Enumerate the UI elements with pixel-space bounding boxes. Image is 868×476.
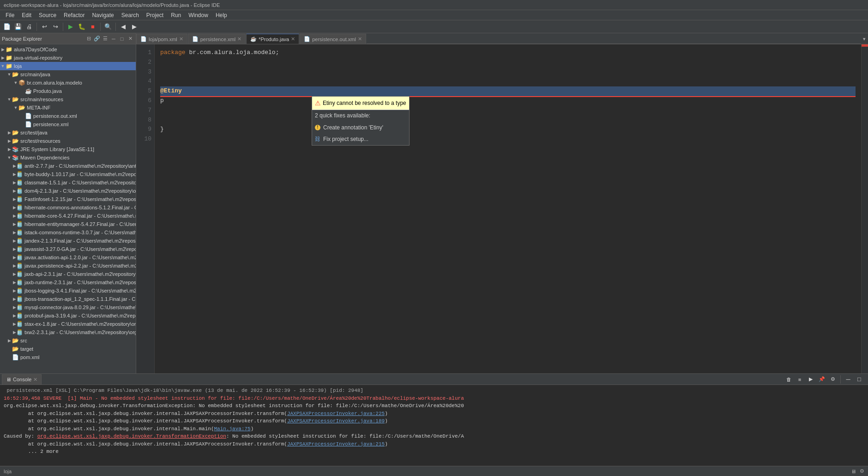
pe-maximize-btn[interactable]: □ — [118, 35, 126, 43]
tree-item[interactable]: ▶ 🫙 classmate-1.5.1.jar - C:\Users\mathe… — [0, 178, 136, 187]
menu-item-help[interactable]: Help — [212, 11, 231, 19]
editor-tab-persistence-xml[interactable]: 📄 persistence.xml ✕ — [188, 34, 246, 44]
run-btn[interactable]: ▶ — [66, 22, 76, 32]
tree-item[interactable]: ▶ 🫙 antlr-2.7.7.jar - C:\Users\mathe\.m2… — [0, 162, 136, 170]
undo-btn[interactable]: ↩ — [39, 22, 49, 32]
tree-item[interactable]: ▶ 🫙 javax.persistence-api-2.2.jar - C:\U… — [0, 262, 136, 270]
menu-item-search[interactable]: Search — [118, 11, 143, 19]
debug-btn[interactable]: 🐛 — [77, 22, 87, 32]
tab-close-btn[interactable]: ✕ — [179, 36, 183, 42]
prev-btn[interactable]: ◀ — [118, 22, 128, 32]
tab-close-btn[interactable]: ✕ — [291, 36, 295, 42]
tree-item[interactable]: ▶ 🫙 hibernate-entitymanager-5.4.27.Final… — [0, 220, 136, 228]
tree-item[interactable]: ▶ 🫙 hibernate-commons-annotations-5.1.2.… — [0, 203, 136, 212]
tree-item[interactable]: ▶ 📁 java-virtual-repository — [0, 54, 136, 62]
editor-tab-persistence-out-xml[interactable]: 📄 persistence.out.xml ✕ — [300, 34, 366, 44]
bottom-area: 🖥 Console ✕ 🗑 ■ ▶ 📌 ⚙ ─ □ persistence.xm… — [0, 373, 868, 466]
menu-item-edit[interactable]: Edit — [18, 11, 35, 19]
tree-item[interactable]: 📄 persistence.out.xml — [0, 112, 136, 120]
tree-item[interactable]: 📂 target — [0, 345, 136, 353]
menu-item-navigate[interactable]: Navigate — [88, 11, 117, 19]
tree-item[interactable]: ▶ 🫙 jandex-2.1.3.Final.jar - C:\Users\ma… — [0, 237, 136, 245]
tree-item[interactable]: ▶ 🫙 javassist-3.27.0-GA.jar - C:\Users\m… — [0, 245, 136, 253]
tree-item[interactable]: ▶ 📁 alura7DaysOfCode — [0, 45, 136, 54]
tab-icon: 📄 — [304, 36, 310, 42]
tree-item[interactable]: ▶ 🫙 jboss-logging-3.4.1.Final.jar - C:\U… — [0, 287, 136, 295]
console-error-link[interactable]: org.eclipse.wst.xsl.jaxp.debug.invoker.T… — [37, 433, 226, 439]
tree-item[interactable]: ▶ 🫙 dom4j-2.1.3.jar - C:\Users\mathe\.m2… — [0, 187, 136, 195]
console-link[interactable]: JAXPSAXProcessorInvoker.java:215 — [287, 441, 385, 447]
next-btn[interactable]: ▶ — [129, 22, 139, 32]
tree-icon: 📂 — [12, 71, 19, 78]
tree-item[interactable]: ☕ Produto.java — [0, 87, 136, 95]
tree-item[interactable]: ▶ 📚 JRE System Library [JavaSE-11] — [0, 145, 136, 153]
stop-btn[interactable]: ■ — [88, 22, 98, 32]
editor-tab--Produto-java[interactable]: ☕ *Produto.java ✕ — [246, 34, 299, 44]
tree-item[interactable]: ▶ 🫙 hibernate-core-5.4.27.Final.jar - C:… — [0, 212, 136, 220]
console-settings-btn[interactable]: ⚙ — [828, 374, 838, 384]
console-tab-close-btn[interactable]: ✕ — [33, 377, 37, 383]
tree-item[interactable]: ▶ 🫙 jaxb-runtime-2.3.1.jar - C:\Users\ma… — [0, 278, 136, 287]
menu-item-refactor[interactable]: Refactor — [60, 11, 88, 19]
tree-item[interactable]: ▶ 🫙 FastInfoset-1.2.15.jar - C:\Users\ma… — [0, 195, 136, 203]
tab-chevron-btn[interactable]: ▾ — [861, 34, 868, 44]
tab-close-btn[interactable]: ✕ — [237, 36, 241, 42]
menu-item-run[interactable]: Run — [167, 11, 185, 19]
tree-item[interactable]: ▶ 🫙 txw2-2.3.1.jar - C:\Users\mathe\.m2\… — [0, 328, 136, 336]
tree-item[interactable]: ▼ 📦 br.com.alura.loja.modelo — [0, 79, 136, 87]
tree-item[interactable]: ▼ 📂 src/main/resources — [0, 95, 136, 104]
menu-item-source[interactable]: Source — [35, 11, 60, 19]
tree-item[interactable]: ▶ 🫙 protobuf-java-3.19.4.jar - C:\Users\… — [0, 311, 136, 320]
console-tab[interactable]: 🖥 Console ✕ — [2, 374, 42, 384]
pe-minimize-btn[interactable]: ─ — [110, 35, 117, 43]
pe-menu-btn[interactable]: ☰ — [102, 35, 109, 43]
code-editor[interactable]: package br.com.alura.loja.modelo; @Etiny… — [155, 44, 861, 373]
console-link[interactable]: JAXPSAXProcessorInvoker.java:225 — [287, 411, 385, 416]
menu-item-file[interactable]: File — [2, 11, 18, 19]
tree-item[interactable]: 📄 pom.xml — [0, 353, 136, 361]
console-maximize-btn[interactable]: □ — [854, 374, 864, 384]
tree-item[interactable]: ▶ 🫙 stax-ex-1.8.jar - C:\Users\mathe\.m2… — [0, 320, 136, 328]
tree-item[interactable]: ▶ 📂 src/test/resources — [0, 137, 136, 145]
search-btn[interactable]: 🔍 — [103, 22, 113, 32]
tree-item[interactable]: ▶ 📂 src/test/java — [0, 128, 136, 137]
tree-item[interactable]: ▼ 📂 META-INF — [0, 104, 136, 112]
toolbar: 📄 💾 🖨 ↩ ↪ ▶ 🐛 ■ 🔍 ◀ ▶ — [0, 20, 868, 33]
menu-item-window[interactable]: Window — [185, 11, 212, 19]
pe-link-btn[interactable]: 🔗 — [93, 35, 101, 43]
ac-fix-create-annotation[interactable]: ! Create annotation 'Etiny' — [312, 122, 409, 134]
tree-label: persistence.xml — [33, 122, 68, 127]
new-btn[interactable]: 📄 — [2, 22, 12, 32]
tree-item[interactable]: ▶ 📂 src — [0, 336, 136, 345]
tree-item[interactable]: ▶ 🫙 javax.activation-api-1.2.0.jar - C:\… — [0, 253, 136, 262]
console-minimize-btn[interactable]: ─ — [843, 374, 853, 384]
editor-tab-loja-pom-xml[interactable]: 📄 loja/pom.xml ✕ — [136, 34, 187, 44]
save-btn[interactable]: 💾 — [13, 22, 23, 32]
tree-item[interactable]: ▶ 🫙 jboss-transaction-api_1.2_spec-1.1.1… — [0, 295, 136, 303]
tab-close-btn[interactable]: ✕ — [358, 36, 362, 42]
pe-close-btn[interactable]: ✕ — [127, 35, 134, 43]
print-btn[interactable]: 🖨 — [24, 22, 34, 32]
console-clear-btn[interactable]: 🗑 — [784, 374, 794, 384]
tree-item[interactable]: ▶ 🫙 jaxb-api-2.3.1.jar - C:\Users\mathe\… — [0, 270, 136, 278]
code-line: p — [160, 96, 856, 106]
console-link[interactable]: Main.java:75 — [214, 426, 250, 432]
pe-collapse-btn[interactable]: ⊟ — [85, 35, 92, 43]
console-rerun-btn[interactable]: ▶ — [806, 374, 816, 384]
tree-item[interactable]: ▼ 📁 loja — [0, 62, 136, 70]
menu-item-project[interactable]: Project — [143, 11, 167, 19]
tree-item[interactable]: ▼ 📂 src/main/java — [0, 70, 136, 79]
code-line: package br.com.alura.loja.modelo; — [160, 48, 856, 58]
console-pin-btn[interactable]: 📌 — [817, 374, 827, 384]
editor-content[interactable]: 12345678910 package br.com.alura.loja.mo… — [136, 44, 868, 373]
tree-item[interactable]: ▶ 🫙 istack-commons-runtime-3.0.7.jar - C… — [0, 228, 136, 237]
tree-item[interactable]: ▶ 🫙 mysql-connector-java-8.0.29.jar - C:… — [0, 303, 136, 311]
console-stop-btn[interactable]: ■ — [795, 374, 805, 384]
tree-item[interactable]: 📄 persistence.xml — [0, 120, 136, 128]
tree-item[interactable]: ▼ 📚 Maven Dependencies — [0, 153, 136, 162]
redo-btn[interactable]: ↪ — [50, 22, 60, 32]
tree-item[interactable]: ▶ 🫙 byte-buddy-1.10.17.jar - C:\Users\ma… — [0, 170, 136, 178]
ac-fix-project-setup[interactable]: ⛓ Fix project setup... — [312, 134, 409, 145]
editor-area: 📄 loja/pom.xml ✕ 📄 persistence.xml ✕ ☕ *… — [136, 33, 868, 373]
console-link[interactable]: JAXPSAXProcessorInvoker.java:189 — [287, 418, 385, 424]
